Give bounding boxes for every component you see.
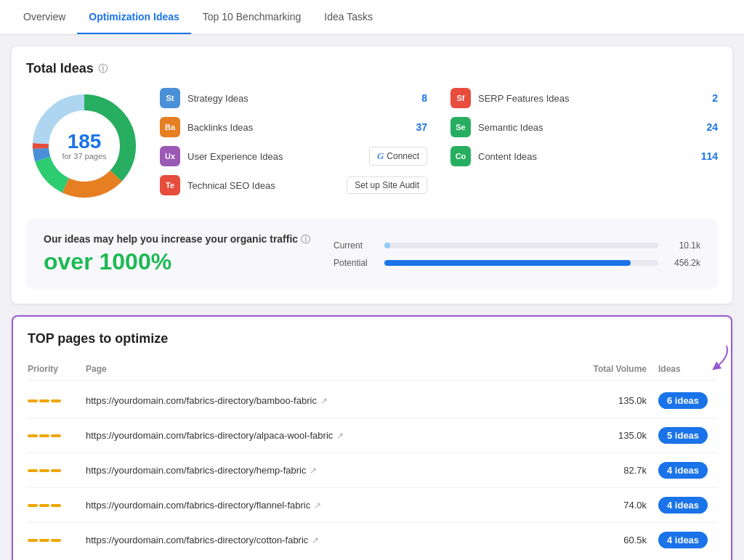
col-header-volume: Total Volume [571, 364, 658, 374]
bar-row-current: Current 10.1k [333, 240, 700, 251]
priority-bar [28, 539, 38, 542]
info-icon[interactable]: ⓘ [98, 62, 108, 76]
page-link[interactable]: https://yourdomain.com/fabrics-directory… [86, 430, 571, 441]
count-backlinks: 37 [410, 121, 427, 133]
volume-cell: 135.0k [571, 430, 658, 441]
external-link-icon: ↗ [310, 466, 317, 476]
navigation-bar: OverviewOptimization IdeasTop 10 Benchma… [0, 0, 744, 35]
ideas-badge[interactable]: 4 ideas [658, 462, 708, 479]
priority-cell [28, 399, 86, 402]
count-strategy: 8 [410, 92, 427, 104]
bar-row-potential: Potential 456.2k [333, 258, 700, 268]
label-ux: User Experience Ideas [187, 151, 362, 162]
ideas-badge[interactable]: 4 ideas [658, 497, 708, 514]
setup-audit-button[interactable]: Set up Site Audit [347, 176, 427, 194]
ideas-cell: 4 ideas [658, 462, 716, 479]
donut-sub: for 37 pages [62, 152, 106, 161]
col-header-ideas: Ideas [658, 364, 716, 374]
traffic-info-icon[interactable]: ⓘ [301, 234, 310, 245]
priority-bar [39, 434, 49, 437]
idea-row-content: Co Content Ideas 114 [450, 146, 718, 166]
col-header-page: Page [86, 364, 571, 374]
ideas-badge[interactable]: 5 ideas [658, 427, 708, 444]
nav-item-overview[interactable]: Overview [12, 1, 77, 34]
priority-bar [51, 399, 61, 402]
connect-button[interactable]: G Connect [369, 147, 427, 166]
bar-label-potential: Potential [333, 258, 377, 268]
priority-bar [39, 469, 49, 472]
priority-bar [51, 539, 61, 542]
donut-center: 185 for 37 pages [62, 131, 106, 161]
badge-strategy: St [160, 88, 180, 108]
traffic-bars: Current 10.1k Potential 456.2k [333, 240, 700, 268]
table-row: https://yourdomain.com/fabrics-directory… [28, 384, 716, 418]
label-strategy: Strategy Ideas [187, 93, 403, 104]
bar-label-current: Current [333, 240, 377, 251]
priority-bar [28, 504, 38, 507]
idea-row-serp: Sf SERP Features Ideas 2 [450, 88, 718, 108]
top-pages-title-text: TOP pages to optimize [28, 331, 168, 346]
label-technical: Technical SEO Ideas [187, 180, 339, 191]
ideas-right-col: Sf SERP Features Ideas 2 Se Semantic Ide… [450, 88, 718, 195]
card-title: Total Ideas ⓘ [26, 61, 718, 76]
table-row: https://yourdomain.com/fabrics-directory… [28, 523, 716, 557]
priority-bar [39, 504, 49, 507]
ideas-badge[interactable]: 6 ideas [658, 392, 708, 409]
table-header: Priority Page Total Volume Ideas [28, 358, 716, 381]
traffic-section: Our ideas may help you increase your org… [26, 219, 718, 289]
table-row: https://yourdomain.com/fabrics-directory… [28, 488, 716, 523]
priority-cell [28, 469, 86, 472]
priority-bar [39, 539, 49, 542]
nav-item-top-10-benchmarking[interactable]: Top 10 Benchmarking [191, 1, 312, 34]
donut-number: 185 [62, 131, 106, 152]
count-semantic: 24 [700, 121, 718, 133]
page-link[interactable]: https://yourdomain.com/fabrics-directory… [86, 465, 571, 476]
volume-cell: 135.0k [571, 395, 658, 406]
google-g-icon: G [377, 150, 384, 162]
traffic-intro: Our ideas may help you increase your org… [44, 233, 310, 246]
top-pages-title: TOP pages to optimize [28, 331, 716, 346]
setup-label: Set up Site Audit [355, 180, 419, 190]
badge-backlinks: Ba [160, 117, 180, 137]
ideas-badge[interactable]: 4 ideas [658, 532, 708, 548]
label-semantic: Semantic Ideas [478, 122, 693, 133]
main-content: Total Ideas ⓘ [0, 35, 744, 560]
bar-track-current [384, 243, 658, 248]
external-link-icon: ↗ [320, 396, 328, 406]
badge-serp: Sf [450, 88, 471, 108]
ideas-columns: St Strategy Ideas 8 Ba Backlinks Ideas 3… [160, 88, 718, 195]
priority-bar [51, 434, 61, 437]
nav-item-optimization-ideas[interactable]: Optimization Ideas [77, 1, 190, 34]
bar-track-potential [384, 260, 658, 266]
page-link[interactable]: https://yourdomain.com/fabrics-directory… [86, 395, 571, 406]
volume-cell: 60.5k [571, 535, 658, 545]
priority-cell [28, 434, 86, 437]
external-link-icon: ↗ [312, 535, 319, 545]
page-link[interactable]: https://yourdomain.com/fabrics-directory… [86, 500, 571, 511]
bar-fill-potential [384, 260, 631, 266]
ideas-left-col: St Strategy Ideas 8 Ba Backlinks Ideas 3… [160, 88, 427, 195]
ideas-cell: 4 ideas [658, 532, 716, 548]
page-url: https://yourdomain.com/fabrics-directory… [86, 465, 306, 476]
bar-value-current: 10.1k [666, 240, 700, 251]
priority-bar [28, 434, 38, 437]
label-content: Content Ideas [478, 151, 693, 162]
external-link-icon: ↗ [314, 500, 321, 511]
label-backlinks: Backlinks Ideas [187, 122, 403, 133]
priority-bar [28, 469, 38, 472]
ideas-cell: 4 ideas [658, 497, 716, 514]
priority-cell [28, 539, 86, 542]
priority-bar [28, 399, 38, 402]
table-row: https://yourdomain.com/fabrics-directory… [28, 418, 716, 453]
idea-row-technical: Te Technical SEO Ideas Set up Site Audit [160, 175, 427, 195]
badge-semantic: Se [450, 117, 471, 137]
nav-item-idea-tasks[interactable]: Idea Tasks [312, 1, 384, 34]
top-pages-card: TOP pages to optimize Priority Page Tota… [12, 315, 732, 560]
idea-row-semantic: Se Semantic Ideas 24 [450, 117, 718, 137]
priority-cell [28, 504, 86, 507]
page-url: https://yourdomain.com/fabrics-directory… [86, 500, 310, 511]
page-link[interactable]: https://yourdomain.com/fabrics-directory… [86, 535, 571, 545]
badge-content: Co [450, 146, 471, 166]
traffic-percent: over 1000% [44, 249, 310, 275]
external-link-icon: ↗ [336, 431, 344, 441]
